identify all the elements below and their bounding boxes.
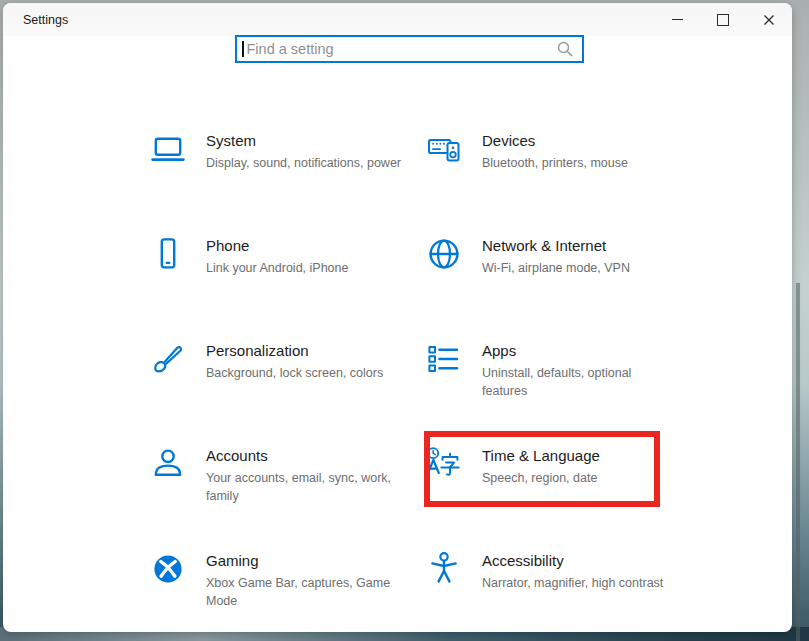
category-title: Accessibility: [482, 552, 663, 569]
category-title: Time & Language: [482, 447, 600, 464]
maximize-icon: [717, 14, 729, 26]
category-title: Apps: [482, 342, 678, 359]
category-personalization[interactable]: Personalization Background, lock screen,…: [150, 328, 412, 433]
accessibility-icon: [426, 551, 462, 587]
maximize-button[interactable]: [700, 3, 746, 36]
search-input[interactable]: [247, 41, 557, 57]
category-title: Phone: [206, 237, 348, 254]
category-gaming[interactable]: Gaming Xbox Game Bar, captures, Game Mod…: [150, 538, 412, 632]
category-title: Accounts: [206, 447, 402, 464]
background-scrollbar: [796, 283, 800, 641]
network-icon: [426, 236, 462, 272]
category-description: Narrator, magnifier, high contrast: [482, 574, 663, 592]
category-description: Wi-Fi, airplane mode, VPN: [482, 259, 630, 277]
accounts-icon: [150, 446, 186, 482]
category-description: Xbox Game Bar, captures, Game Mode: [206, 574, 402, 610]
window-title: Settings: [23, 13, 68, 27]
titlebar: Settings: [3, 3, 792, 36]
category-accounts[interactable]: Accounts Your accounts, email, sync, wor…: [150, 433, 412, 538]
category-description: Your accounts, email, sync, work, family: [206, 469, 402, 505]
category-description: Background, lock screen, colors: [206, 364, 383, 382]
phone-icon: [150, 236, 186, 272]
category-phone[interactable]: Phone Link your Android, iPhone: [150, 223, 412, 328]
category-grid: System Display, sound, notifications, po…: [150, 118, 690, 632]
gaming-icon: [150, 551, 186, 587]
category-accessibility[interactable]: Accessibility Narrator, magnifier, high …: [426, 538, 688, 632]
category-title: Devices: [482, 132, 628, 149]
time-language-icon: [426, 446, 462, 482]
search-area: [235, 35, 584, 63]
system-icon: [150, 131, 186, 167]
category-description: Speech, region, date: [482, 469, 600, 487]
category-description: Bluetooth, printers, mouse: [482, 154, 628, 172]
category-time-language[interactable]: Time & Language Speech, region, date: [426, 433, 688, 538]
category-description: Display, sound, notifications, power: [206, 154, 401, 172]
category-title: Personalization: [206, 342, 383, 359]
category-apps[interactable]: Apps Uninstall, defaults, optional featu…: [426, 328, 688, 433]
close-button[interactable]: [746, 3, 792, 36]
category-title: Gaming: [206, 552, 402, 569]
category-devices[interactable]: Devices Bluetooth, printers, mouse: [426, 118, 688, 223]
search-box[interactable]: [235, 35, 584, 63]
personalization-icon: [150, 341, 186, 377]
apps-icon: [426, 341, 462, 377]
minimize-icon: [672, 19, 683, 20]
search-icon: [556, 40, 574, 58]
category-title: Network & Internet: [482, 237, 630, 254]
devices-icon: [426, 131, 462, 167]
settings-window: Settings System Display, sound, n: [3, 3, 792, 632]
category-title: System: [206, 132, 401, 149]
category-network-internet[interactable]: Network & Internet Wi-Fi, airplane mode,…: [426, 223, 688, 328]
category-description: Uninstall, defaults, optional features: [482, 364, 678, 400]
text-caret: [242, 41, 244, 57]
category-system[interactable]: System Display, sound, notifications, po…: [150, 118, 412, 223]
minimize-button[interactable]: [654, 3, 700, 36]
close-icon: [763, 14, 775, 26]
category-description: Link your Android, iPhone: [206, 259, 348, 277]
